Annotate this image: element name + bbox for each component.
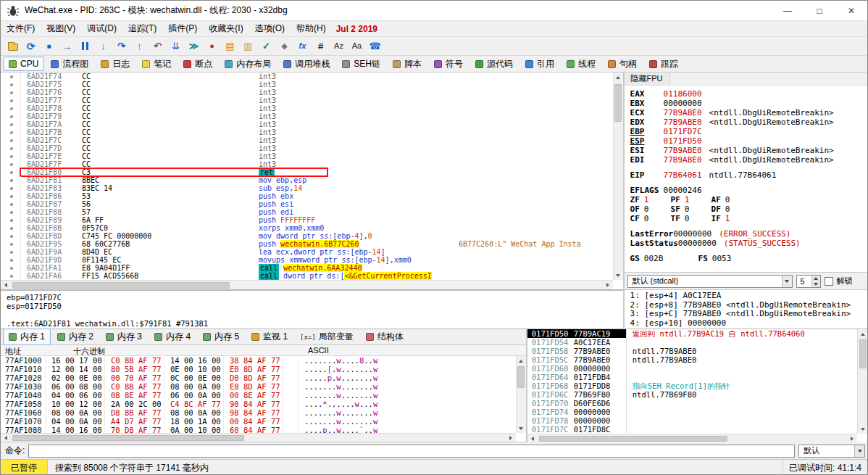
breakpoint-gutter[interactable] xyxy=(1,176,21,184)
register-row[interactable]: ESI77B9ABE0<ntdll.DbgUiRemoteBreakin> xyxy=(630,146,861,155)
tab-references[interactable]: 引用 xyxy=(519,56,560,73)
log-icon[interactable]: ▥ xyxy=(240,38,256,54)
attach-phone-icon[interactable]: ☎ xyxy=(367,38,383,54)
tab-trace[interactable]: 跟踪 xyxy=(643,56,684,73)
dump-row[interactable]: 77AF107004 00 0A 00A4 D7 AF 7718 00 1A 0… xyxy=(1,417,516,426)
breakpoint-gutter[interactable] xyxy=(1,240,21,248)
register-row[interactable]: EDI77B9ABE0<ntdll.DbgUiRemoteBreakin> xyxy=(630,155,861,165)
pause-icon[interactable] xyxy=(77,38,93,54)
calculator-hash-icon[interactable]: # xyxy=(312,38,329,54)
breakpoint-gutter[interactable] xyxy=(1,192,21,200)
breakpoint-gutter[interactable] xyxy=(1,120,21,128)
appearance-icon[interactable]: Az xyxy=(330,38,347,54)
disasm-row[interactable]: 6AD21F8B0F57C0xorps xmm0,xmm0 xyxy=(1,224,613,232)
disasm-row[interactable]: 6AD21F9D0F1145 ECmovups xmmword ptr ss:[… xyxy=(1,256,613,264)
breakpoints-icon[interactable]: ● xyxy=(204,38,220,54)
breakpoint-gutter[interactable] xyxy=(1,200,21,208)
tab-symbols[interactable]: 符号 xyxy=(428,56,469,73)
argument-row[interactable]: 1: [esp+4] A0C17EEA xyxy=(630,292,861,301)
tab-call-stack[interactable]: 调用堆栈 xyxy=(277,56,335,73)
stack-row[interactable]: 0171FD680171FDD8指向SEH_Record[1]的指针 xyxy=(527,381,857,390)
breakpoint-gutter[interactable] xyxy=(1,232,21,240)
register-row[interactable]: ECX77B9ABE0<ntdll.DbgUiRemoteBreakin> xyxy=(630,108,861,117)
step-over-icon[interactable]: ↷ xyxy=(113,38,130,54)
tab-notes[interactable]: 笔记 xyxy=(136,56,177,73)
dump-horizontal-scrollbar[interactable] xyxy=(1,433,516,442)
tab-memory-2[interactable]: 内存 2 xyxy=(51,329,99,345)
disasm-row[interactable]: 6AD21F8756push esi xyxy=(1,200,613,208)
register-row[interactable]: EFLAGS00000246 xyxy=(630,186,861,195)
arguments-pane[interactable]: 1: [esp+4] A0C17EEA2: [esp+8] 77B9ABE0 <… xyxy=(625,290,867,329)
tab-struct[interactable]: 结构体 xyxy=(360,329,409,345)
maximize-button[interactable]: □ xyxy=(804,1,835,20)
breakpoint-gutter[interactable] xyxy=(1,104,21,112)
disasm-row[interactable]: 6AD21F8857push edi xyxy=(1,208,613,216)
stack-row[interactable]: 0171FD5077B9AC19返回到 ntdll.77B9AC19 自 ntd… xyxy=(527,329,857,338)
command-profile-select[interactable]: 默认 xyxy=(798,445,865,458)
breakpoint-gutter[interactable] xyxy=(1,144,21,152)
menu-item-file[interactable]: 文件(F) xyxy=(1,20,41,37)
stack-row[interactable]: 0171FD6000000000 xyxy=(527,364,857,373)
animate-into-icon[interactable]: ⇊ xyxy=(167,38,184,54)
tab-memory-5[interactable]: 内存 5 xyxy=(197,329,245,345)
menu-item-view[interactable]: 视图(V) xyxy=(41,20,81,37)
tab-memory-3[interactable]: 内存 3 xyxy=(100,329,148,345)
execute-till-return-icon[interactable]: ↑ xyxy=(131,38,148,54)
run-icon[interactable]: → xyxy=(59,38,75,54)
tab-locals[interactable]: [x=]局部变量 xyxy=(294,329,359,345)
spinner-arrows[interactable] xyxy=(811,276,820,287)
dump-pane[interactable]: 地址 十六进制 ASCII 77AF100016 00 17 00C0 8B A… xyxy=(1,345,526,442)
breakpoint-gutter[interactable] xyxy=(1,272,21,280)
stack-vertical-scrollbar[interactable] xyxy=(857,329,867,434)
font-icon[interactable]: Aa xyxy=(349,38,365,54)
breakpoint-gutter[interactable] xyxy=(1,168,21,176)
disasm-row[interactable]: 6AD21F80C3ret xyxy=(1,168,613,176)
register-row[interactable]: EIP77B64061ntdll.77B64061 xyxy=(630,170,861,180)
disasm-row[interactable]: 6AD21F9A8D4D EClea ecx,dword ptr ss:[ebp… xyxy=(1,248,613,256)
stack-row[interactable]: 0171FD54A0C17EEA xyxy=(527,338,857,347)
register-row[interactable]: LastError00000000(ERROR_SUCCESS) xyxy=(630,229,861,239)
menu-item-debug[interactable]: 调试(D) xyxy=(81,20,122,37)
memory-map-icon[interactable]: ▤ xyxy=(222,38,238,54)
breakpoint-gutter[interactable] xyxy=(1,160,21,168)
tab-graph[interactable]: 流程图 xyxy=(45,56,94,73)
breakpoint-gutter[interactable] xyxy=(1,224,21,232)
menu-item-help[interactable]: 帮助(H) xyxy=(291,20,332,37)
disasm-row[interactable]: 6AD21F77CCint3 xyxy=(1,96,613,104)
disasm-row[interactable]: 6AD21FA1E8 9A04D1FFcall wechatwin.6AA324… xyxy=(1,264,613,272)
unlock-checkbox[interactable] xyxy=(825,277,833,286)
breakpoint-gutter[interactable] xyxy=(1,136,21,144)
disasm-row[interactable]: 6AD21F7BCCint3 xyxy=(1,128,613,136)
tab-log[interactable]: 日志 xyxy=(95,56,135,73)
dump-row[interactable]: 77AF108014 00 16 0070 D8 AF 770A 00 10 0… xyxy=(1,426,516,433)
register-row[interactable]: OF0SF0DF0 xyxy=(630,205,861,214)
disasm-vertical-scrollbar[interactable] xyxy=(613,73,623,280)
breakpoint-gutter[interactable] xyxy=(1,80,21,88)
register-row[interactable]: ESP0171FD50 xyxy=(630,136,861,146)
tab-watch-1[interactable]: 监视 1 xyxy=(246,329,293,345)
open-file-icon[interactable] xyxy=(4,38,21,54)
favourites-fx-icon[interactable]: fx xyxy=(294,38,311,54)
breakpoint-gutter[interactable] xyxy=(1,208,21,216)
tab-breakpoints[interactable]: 断点 xyxy=(178,56,218,73)
breakpoint-gutter[interactable] xyxy=(1,96,21,104)
stack-row[interactable]: 0171FD5877B9ABE0ntdll.77B9ABE0 xyxy=(527,347,857,355)
trace-into-icon[interactable]: ≫ xyxy=(185,38,202,54)
register-row[interactable]: EAX01186000 xyxy=(630,89,861,99)
disasm-row[interactable]: 6AD21F8DC745 FC 00000000mov dword ptr ss… xyxy=(1,232,613,240)
command-input[interactable] xyxy=(28,445,795,458)
stack-horizontal-scrollbar[interactable] xyxy=(527,434,857,442)
disasm-row[interactable]: 6AD21F7ACCint3 xyxy=(1,120,613,128)
disasm-row[interactable]: 6AD21F76CCint3 xyxy=(1,88,613,96)
disasm-row[interactable]: 6AD21F7CCCint3 xyxy=(1,136,613,144)
minimize-button[interactable]: — xyxy=(772,1,804,20)
script-check-icon[interactable]: ✓ xyxy=(258,38,275,54)
disasm-row[interactable]: 6AD21F8383EC 14sub esp,14 xyxy=(1,184,613,192)
dump-row[interactable]: 77AF105010 00 12 002A 00 2C 00C4 8C AF 7… xyxy=(1,400,516,408)
settings-icon[interactable]: ◆ xyxy=(276,38,293,54)
tab-source[interactable]: 源代码 xyxy=(470,56,519,73)
disasm-row[interactable]: 6AD21F8653push ebx xyxy=(1,192,613,200)
breakpoint-gutter[interactable] xyxy=(1,73,21,80)
breakpoint-gutter[interactable] xyxy=(1,264,21,272)
stack-row[interactable]: 0171FD6C77B69F80ntdll.77B69F80 xyxy=(527,390,857,399)
